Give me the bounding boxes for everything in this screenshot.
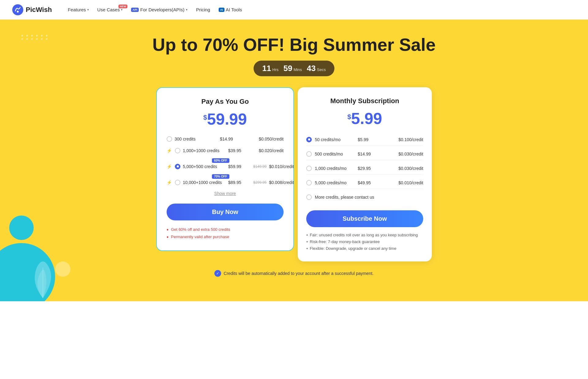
mo4-per: $0.010/credit (398, 180, 423, 185)
bullet-icon: • (167, 235, 168, 240)
radio-mo4[interactable] (306, 180, 312, 186)
timer-secs: 43 Secs (307, 64, 326, 73)
bullet-icon: • (306, 239, 308, 244)
off-badge-70: 70% OFF (212, 174, 229, 179)
payg-amount: 59.99 (207, 110, 247, 128)
nav-use-cases[interactable]: Use Cases ▾ NEW (94, 5, 126, 14)
nav-ai-tools[interactable]: AI AI Tools (215, 5, 246, 14)
svg-point-1 (17, 11, 19, 13)
opt1-per: $0.050/credit (259, 137, 284, 141)
logo[interactable]: PicWish (12, 4, 52, 15)
chevron-down-icon: ▾ (121, 8, 123, 11)
mo4-price: $49.95 (358, 180, 379, 185)
opt2-price: $39.95 (228, 148, 250, 153)
mo1-price: $5.99 (358, 137, 379, 142)
circle-decoration-small (9, 216, 34, 240)
opt4-price: $89.95 (228, 180, 250, 185)
opt4-name: 10,000+1000 credits (183, 180, 226, 185)
bullet-icon: • (306, 246, 308, 251)
monthly-option-4[interactable]: 5,000 credits/mo $49.95 $0.010/credit (306, 177, 423, 189)
monthly-option-3[interactable]: 1,000 credits/mo $29.95 $0.030/credit (306, 163, 423, 174)
payg-option-2[interactable]: ⚡ 1,000+1000 credits $39.95 $0.020/credi… (167, 146, 284, 155)
monthly-title: Monthly Subscription (306, 97, 423, 105)
radio-mo3[interactable] (306, 166, 312, 171)
payg-card: Pay As You Go $59.99 300 credits $14.99 … (156, 87, 294, 251)
chevron-down-icon: ▾ (186, 8, 187, 11)
payg-options: 300 credits $14.99 $0.050/credit ⚡ 1,000… (167, 134, 284, 187)
api-badge: API (131, 8, 139, 12)
opt3-name: 5,000+500 credits (183, 164, 226, 169)
show-more[interactable]: Show more (167, 191, 284, 196)
monthly-note-1: • Fair: unused credits roll over as long… (306, 233, 423, 238)
bottom-notice: ✓ Credits will be automatically added to… (214, 270, 373, 277)
opt3-price: $59.99 (228, 164, 250, 169)
monthly-note-3: • Flexible: Downgrade, upgrade or cancel… (306, 246, 423, 251)
monthly-option-2[interactable]: 500 credits/mo $14.99 $0.030/credit (306, 148, 423, 160)
chevron-down-icon: ▾ (87, 8, 89, 11)
payg-note-2: • Permanently valid after purchase (167, 235, 284, 240)
payg-dollar: $ (203, 114, 207, 122)
radio-opt4[interactable] (175, 180, 180, 185)
bullet-icon: • (167, 227, 168, 233)
payg-option-1[interactable]: 300 credits $14.99 $0.050/credit (167, 134, 284, 144)
mo3-name: 1,000 credits/mo (315, 166, 358, 171)
mo3-per: $0.030/credit (398, 166, 423, 171)
leaf-decoration-icon (24, 252, 61, 301)
payg-option-3[interactable]: 60% OFF ⚡ 5,000+500 credits $59.99 $149.… (167, 162, 284, 171)
nav-features[interactable]: Features ▾ (64, 5, 92, 14)
nav-pricing[interactable]: Pricing (192, 5, 214, 14)
opt2-per: $0.020/credit (259, 148, 284, 153)
monthly-price: $5.99 (306, 111, 423, 126)
lightning-icon: ⚡ (167, 148, 172, 153)
countdown-timer: 11 Hrs 59 Mins 43 Secs (254, 61, 334, 76)
radio-mo2[interactable] (306, 151, 312, 157)
nav-api[interactable]: API For Developers(APIs) ▾ (127, 5, 191, 14)
subscribe-now-button[interactable]: Subscribe Now (306, 210, 423, 227)
monthly-dollar: $ (347, 113, 351, 121)
monthly-contact-row[interactable]: More credits, please contact us (306, 191, 423, 203)
opt3-per: $0.010/credit (269, 164, 294, 169)
radio-opt1[interactable] (167, 136, 172, 142)
show-more-link[interactable]: Show more (214, 191, 236, 196)
bullet-icon: • (306, 233, 308, 238)
radio-mo-contact[interactable] (306, 194, 312, 200)
opt4-per: $0.008/credit (269, 180, 294, 185)
monthly-amount: 5.99 (351, 110, 382, 127)
payg-notes: • Get 60% off and extra 500 credits • Pe… (167, 227, 284, 240)
radio-mo1[interactable] (306, 137, 312, 142)
ai-badge: AI (219, 8, 224, 12)
buy-now-button[interactable]: Buy Now (167, 204, 284, 220)
monthly-notes: • Fair: unused credits roll over as long… (306, 233, 423, 251)
monthly-card: Monthly Subscription $5.99 50 credits/mo… (298, 87, 432, 261)
mo2-per: $0.030/credit (398, 152, 423, 156)
timer-mins: 59 Mins (283, 64, 302, 73)
monthly-options: 50 credits/mo $5.99 $0.100/credit 500 cr… (306, 134, 423, 203)
opt3-orig: $149.99 (253, 164, 266, 169)
monthly-option-1[interactable]: 50 credits/mo $5.99 $0.100/credit (306, 134, 423, 146)
payg-price: $59.99 (167, 111, 284, 127)
radio-opt3[interactable] (175, 164, 180, 169)
mo3-price: $29.95 (358, 166, 379, 171)
payg-option-4[interactable]: 70% OFF ⚡ 10,000+1000 credits $89.95 $29… (167, 178, 284, 187)
radio-opt2[interactable] (175, 148, 180, 153)
mo4-name: 5,000 credits/mo (315, 180, 358, 185)
monthly-note-2: • Risk-free: 7-day money-back guarantee (306, 239, 423, 244)
payg-note-1: • Get 60% off and extra 500 credits (167, 227, 284, 233)
hero-section: Up to 70% OFF! Big Summer Sale 11 Hrs 59… (0, 20, 588, 301)
mo1-per: $0.100/credit (398, 137, 423, 142)
off-badge-60: 60% OFF (212, 158, 229, 163)
lightning-icon: ⚡ (167, 164, 172, 169)
contact-text: More credits, please contact us (315, 195, 374, 200)
opt1-price: $14.99 (220, 137, 241, 141)
payg-title: Pay As You Go (167, 98, 284, 106)
lightning-icon: ⚡ (167, 180, 172, 185)
mo1-name: 50 credits/mo (315, 137, 358, 142)
opt2-name: 1,000+1000 credits (183, 148, 226, 153)
svg-point-0 (12, 4, 23, 15)
logo-text: PicWish (26, 6, 52, 14)
mo2-name: 500 credits/mo (315, 152, 358, 156)
new-badge: NEW (119, 5, 127, 8)
opt1-name: 300 credits (175, 137, 217, 141)
navbar: PicWish Features ▾ Use Cases ▾ NEW API F… (0, 0, 588, 20)
hero-title: Up to 70% OFF! Big Summer Sale (153, 35, 436, 54)
